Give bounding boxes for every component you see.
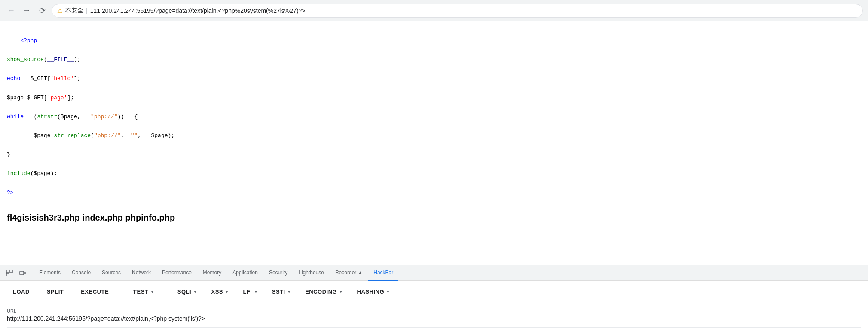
ssti-dropdown-arrow: ▼ xyxy=(287,289,291,294)
tab-performance[interactable]: Performance xyxy=(157,265,197,281)
sqli-dropdown[interactable]: SQLI ▼ xyxy=(173,286,202,297)
reload-button[interactable]: ⟳ xyxy=(36,5,48,17)
tab-security[interactable]: Security xyxy=(264,265,293,281)
forward-button[interactable]: → xyxy=(21,5,33,17)
device-toggle-button[interactable] xyxy=(16,267,28,279)
tab-network[interactable]: Network xyxy=(127,265,156,281)
back-button[interactable]: ← xyxy=(5,5,17,17)
browser-toolbar: ← → ⟳ ⚠ 不安全 | 111.200.241.244:56195/?pag… xyxy=(0,0,868,21)
test-dropdown[interactable]: TEST ▼ xyxy=(129,286,159,297)
tab-lighthouse[interactable]: Lighthouse xyxy=(293,265,329,281)
url-value[interactable]: http://111.200.241.244:56195/?page=data:… xyxy=(7,315,861,322)
devtools-panel: Elements Console Sources Network Perform… xyxy=(0,265,868,331)
encoding-dropdown[interactable]: ENCODING ▼ xyxy=(301,286,347,297)
address-separator: | xyxy=(86,7,88,14)
svg-rect-4 xyxy=(24,272,25,274)
warning-icon: ⚠ xyxy=(57,7,63,14)
svg-rect-1 xyxy=(6,273,9,276)
devtools-tabs: Elements Console Sources Network Perform… xyxy=(0,265,868,281)
code-block: <?php show_source(__FILE__); echo $_GET[… xyxy=(7,27,861,207)
pin-icon: ▲ xyxy=(358,270,362,275)
page-content: <?php show_source(__FILE__); echo $_GET[… xyxy=(0,21,868,240)
url-divider xyxy=(7,327,861,328)
toolbar-separator-2 xyxy=(166,286,166,298)
test-dropdown-arrow: ▼ xyxy=(150,289,154,294)
tab-hackbar[interactable]: HackBar xyxy=(368,265,398,281)
xss-dropdown-arrow: ▼ xyxy=(225,289,229,294)
element-picker-button[interactable] xyxy=(3,267,15,279)
tab-console[interactable]: Console xyxy=(67,265,96,281)
svg-rect-3 xyxy=(20,271,24,275)
file-list: fl4gisisish3r3.php index.php phpinfo.php xyxy=(7,211,861,224)
lfi-dropdown[interactable]: LFI ▼ xyxy=(238,286,262,297)
xss-dropdown[interactable]: XSS ▼ xyxy=(207,286,233,297)
tab-recorder[interactable]: Recorder ▲ xyxy=(330,265,367,281)
svg-rect-0 xyxy=(6,270,9,273)
execute-button[interactable]: EXECUTE xyxy=(75,286,115,297)
svg-rect-2 xyxy=(10,270,12,273)
tab-elements[interactable]: Elements xyxy=(34,265,66,281)
hashing-dropdown[interactable]: HASHING ▼ xyxy=(353,286,395,297)
tab-memory[interactable]: Memory xyxy=(198,265,226,281)
hackbar-url-section: URL http://111.200.241.244:56195/?page=d… xyxy=(0,303,868,331)
lfi-dropdown-arrow: ▼ xyxy=(254,289,258,294)
ssti-dropdown[interactable]: SSTI ▼ xyxy=(268,286,296,297)
hackbar-toolbar: LOAD SPLIT EXECUTE TEST ▼ SQLI ▼ XSS ▼ L… xyxy=(0,281,868,303)
address-bar[interactable]: ⚠ 不安全 | 111.200.241.244:56195/?page=data… xyxy=(52,4,863,18)
tabs-divider xyxy=(31,269,31,277)
tab-application[interactable]: Application xyxy=(227,265,263,281)
hashing-dropdown-arrow: ▼ xyxy=(386,289,390,294)
load-button[interactable]: LOAD xyxy=(7,286,36,297)
url-label: URL xyxy=(7,308,861,313)
sqli-dropdown-arrow: ▼ xyxy=(193,289,197,294)
insecure-label: 不安全 xyxy=(65,7,83,15)
address-text: 111.200.241.244:56195/?page=data://text/… xyxy=(90,7,306,14)
toolbar-separator-1 xyxy=(122,286,122,298)
tab-sources[interactable]: Sources xyxy=(97,265,126,281)
split-button[interactable]: SPLIT xyxy=(41,286,70,297)
encoding-dropdown-arrow: ▼ xyxy=(339,289,343,294)
